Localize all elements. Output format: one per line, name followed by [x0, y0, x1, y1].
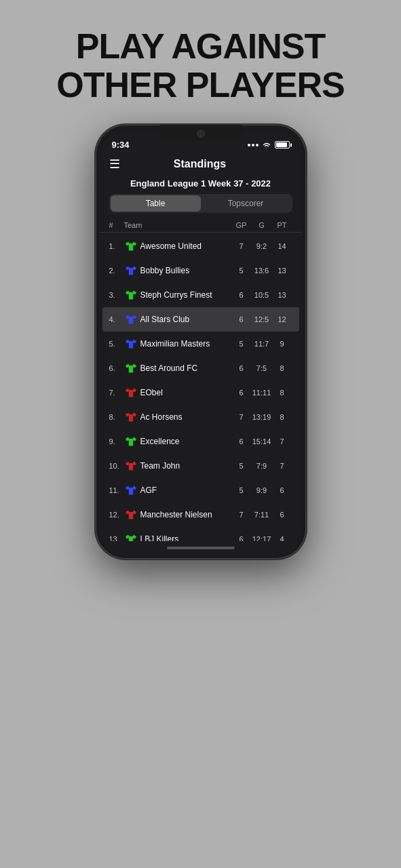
row-team-name: Maximilian Masters	[140, 339, 231, 349]
row-jersey-icon	[124, 289, 138, 301]
row-jersey-icon	[124, 484, 138, 496]
row-gp: 7	[231, 413, 252, 421]
phone-screen: 9:34 ☰ St	[100, 132, 302, 555]
row-number: 10.	[109, 462, 124, 470]
row-team-name: Awesome United	[140, 241, 231, 251]
row-goals: 9:2	[252, 242, 272, 250]
row-team-name: Excellence	[140, 437, 231, 446]
standings-table: 1. Awesome United 7 9:2 14 2. Bobby Bull…	[100, 234, 302, 541]
col-header-gp: GP	[231, 221, 252, 229]
row-gp: 7	[231, 511, 252, 519]
row-team-name: LBJ Killers	[140, 534, 231, 541]
row-jersey-icon	[124, 533, 138, 541]
row-jersey-icon	[124, 313, 138, 326]
row-team-name: Bobby Bullies	[140, 266, 231, 275]
svg-marker-1	[126, 267, 136, 275]
row-team-name: Manchester Nielsen	[140, 510, 231, 519]
row-number: 13.	[109, 535, 124, 541]
row-number: 3.	[109, 291, 124, 299]
phone-camera	[197, 130, 205, 138]
row-gp: 5	[231, 486, 252, 494]
table-row: 5. Maximilian Masters 5 11:7 9	[100, 332, 302, 356]
svg-marker-0	[126, 242, 136, 251]
table-row: 8. Ac Horsens 7 13:19 8	[100, 405, 302, 429]
row-number: 5.	[109, 340, 124, 348]
row-gp: 6	[231, 315, 252, 323]
row-number: 4.	[109, 315, 124, 323]
row-points: 13	[272, 267, 292, 275]
headline-line2: OTHER PLAYERS	[56, 66, 344, 104]
svg-marker-10	[126, 486, 136, 495]
row-points: 14	[272, 242, 292, 250]
row-points: 8	[272, 389, 292, 397]
signal-dot-2	[252, 144, 254, 146]
signal-dot-1	[248, 144, 250, 146]
tab-table[interactable]: Table	[111, 195, 201, 212]
row-jersey-icon	[124, 240, 138, 252]
row-team-name: Team John	[140, 461, 231, 471]
table-row: 4. All Stars Club 6 12:5 12	[102, 307, 299, 332]
column-headers: # Team GP G PT	[100, 218, 302, 233]
row-gp: 6	[231, 291, 252, 299]
table-row: 12. Manchester Nielsen 7 7:11 6	[100, 502, 302, 527]
svg-marker-6	[126, 389, 136, 397]
home-bar	[167, 547, 235, 549]
row-number: 12.	[109, 511, 124, 519]
row-goals: 11:7	[252, 340, 272, 348]
svg-marker-4	[126, 340, 136, 349]
row-team-name: Ac Horsens	[140, 412, 231, 422]
row-team-name: AGF	[140, 486, 231, 495]
row-gp: 5	[231, 340, 252, 348]
header-title: Standings	[120, 158, 280, 170]
table-row: 7. EObel 6 11:11 8	[100, 380, 302, 405]
app-content[interactable]: ☰ Standings England League 1 Week 37 - 2…	[100, 153, 302, 541]
col-header-g: G	[252, 221, 272, 229]
svg-marker-5	[126, 364, 136, 373]
row-points: 13	[272, 291, 292, 299]
row-jersey-icon	[124, 509, 138, 521]
col-header-hash: #	[109, 221, 124, 229]
svg-marker-3	[126, 315, 136, 324]
svg-marker-2	[126, 291, 136, 300]
row-jersey-icon	[124, 264, 138, 277]
signal-dots-icon	[248, 144, 259, 146]
row-goals: 10:5	[252, 291, 272, 299]
row-goals: 12:5	[252, 315, 272, 323]
table-row: 3. Steph Currys Finest 6 10:5 13	[100, 283, 302, 307]
svg-marker-8	[126, 437, 136, 446]
table-row: 10. Team John 5 7:9 7	[100, 454, 302, 478]
row-points: 8	[272, 364, 292, 372]
signal-dot-3	[256, 144, 259, 146]
row-gp: 5	[231, 462, 252, 470]
home-indicator	[100, 541, 302, 555]
row-jersey-icon	[124, 387, 138, 399]
svg-marker-11	[126, 511, 136, 519]
row-goals: 11:11	[252, 389, 272, 397]
row-points: 9	[272, 340, 292, 348]
row-team-name: All Stars Club	[140, 315, 231, 324]
table-row: 9. Excellence 6 15:14 7	[100, 429, 302, 454]
league-title: England League 1 Week 37 - 2022	[100, 176, 302, 194]
row-team-name: EObel	[140, 388, 231, 397]
status-icons	[248, 141, 290, 149]
status-time: 9:34	[112, 140, 130, 150]
tab-topscorer[interactable]: Topscorer	[201, 195, 291, 212]
row-jersey-icon	[124, 362, 138, 374]
row-gp: 5	[231, 267, 252, 275]
svg-marker-9	[126, 462, 136, 471]
battery-icon	[275, 141, 290, 149]
headline-line1: PLAY AGAINST	[56, 27, 344, 66]
row-goals: 7:5	[252, 364, 272, 372]
battery-fill	[276, 142, 287, 147]
table-row: 2. Bobby Bullies 5 13:6 13	[100, 258, 302, 283]
row-jersey-icon	[124, 338, 138, 350]
table-row: 11. AGF 5 9:9 6	[100, 478, 302, 502]
row-team-name: Steph Currys Finest	[140, 290, 231, 300]
row-jersey-icon	[124, 460, 138, 472]
menu-icon[interactable]: ☰	[109, 158, 120, 170]
row-gp: 6	[231, 437, 252, 446]
headline: PLAY AGAINST OTHER PLAYERS	[43, 27, 358, 104]
row-points: 7	[272, 462, 292, 470]
row-number: 1.	[109, 242, 124, 250]
row-number: 6.	[109, 364, 124, 372]
